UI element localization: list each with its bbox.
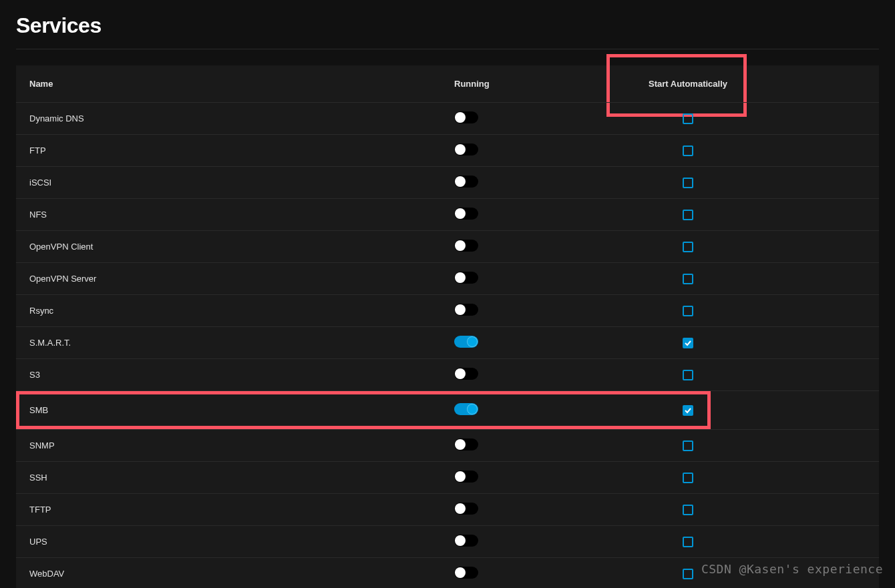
watermark: CSDN @Kasen's experience	[701, 562, 883, 576]
service-name: FTP	[16, 145, 441, 156]
table-row: Rsync	[16, 294, 879, 326]
running-toggle[interactable]	[454, 567, 478, 579]
running-toggle[interactable]	[454, 336, 478, 348]
start-auto-checkbox[interactable]	[683, 537, 693, 547]
toggle-knob	[455, 304, 466, 315]
table-header: Name Running Start Automatically	[16, 65, 879, 102]
service-name: SSH	[16, 473, 441, 483]
toggle-knob	[455, 144, 466, 155]
running-toggle[interactable]	[454, 272, 478, 284]
check-icon	[684, 406, 692, 414]
service-name: SMB	[16, 405, 441, 415]
toggle-knob	[467, 336, 478, 347]
start-auto-checkbox[interactable]	[683, 473, 693, 483]
running-cell	[441, 535, 604, 549]
service-name: Rsync	[16, 306, 441, 316]
table-row: FTP	[16, 134, 879, 166]
running-cell	[441, 208, 604, 222]
start-auto-checkbox[interactable]	[683, 370, 693, 380]
start-auto-cell	[604, 145, 772, 156]
start-auto-cell	[604, 306, 772, 316]
start-auto-checkbox[interactable]	[683, 405, 693, 416]
service-name: iSCSI	[16, 178, 441, 188]
start-auto-checkbox[interactable]	[683, 338, 693, 348]
start-auto-cell	[604, 338, 772, 348]
start-auto-cell	[604, 405, 772, 416]
running-toggle[interactable]	[454, 535, 478, 547]
toggle-knob	[455, 503, 466, 514]
title-divider	[16, 49, 879, 49]
table-row: NFS	[16, 198, 879, 230]
column-header-start-auto[interactable]: Start Automatically	[604, 65, 772, 102]
start-auto-checkbox[interactable]	[683, 242, 693, 252]
running-cell	[441, 567, 604, 581]
start-auto-checkbox[interactable]	[683, 505, 693, 515]
check-icon	[684, 339, 692, 347]
start-auto-checkbox[interactable]	[683, 178, 693, 188]
column-header-name[interactable]: Name	[16, 65, 441, 102]
services-table: Name Running Start Automatically Dynamic…	[16, 65, 879, 588]
toggle-knob	[467, 404, 478, 414]
running-toggle[interactable]	[454, 471, 478, 483]
table-row: UPS	[16, 525, 879, 557]
toggle-knob	[455, 272, 466, 283]
start-auto-checkbox[interactable]	[683, 145, 693, 156]
service-name: WebDAV	[16, 569, 441, 579]
service-name: S3	[16, 370, 441, 380]
running-toggle[interactable]	[454, 176, 478, 188]
running-toggle[interactable]	[454, 503, 478, 515]
table-row: SNMP	[16, 429, 879, 461]
start-auto-checkbox[interactable]	[683, 274, 693, 284]
running-toggle[interactable]	[454, 438, 478, 451]
running-cell	[441, 503, 604, 517]
toggle-knob	[455, 567, 466, 578]
table-row: S.M.A.R.T.	[16, 326, 879, 358]
start-auto-checkbox[interactable]	[683, 306, 693, 316]
page-title: Services	[0, 0, 895, 49]
table-row: SSH	[16, 461, 879, 493]
column-header-running[interactable]: Running	[441, 65, 604, 102]
toggle-knob	[455, 471, 466, 482]
running-cell	[441, 176, 604, 190]
running-toggle[interactable]	[454, 403, 478, 415]
running-cell	[441, 438, 604, 453]
service-name: SNMP	[16, 440, 441, 451]
table-row: OpenVPN Client	[16, 230, 879, 262]
running-toggle[interactable]	[454, 304, 478, 316]
service-name: TFTP	[16, 505, 441, 515]
running-toggle[interactable]	[454, 208, 478, 220]
start-auto-cell	[604, 370, 772, 380]
running-cell	[441, 336, 604, 350]
running-cell	[441, 143, 604, 158]
running-toggle[interactable]	[454, 111, 478, 123]
toggle-knob	[455, 240, 466, 251]
toggle-knob	[455, 368, 466, 379]
running-cell	[441, 403, 604, 417]
running-cell	[441, 304, 604, 318]
start-auto-cell	[604, 537, 772, 547]
start-auto-cell	[604, 473, 772, 483]
toggle-knob	[455, 208, 466, 219]
running-cell	[441, 240, 604, 254]
service-name: S.M.A.R.T.	[16, 338, 441, 348]
start-auto-checkbox[interactable]	[683, 569, 693, 579]
table-row: S3	[16, 358, 879, 390]
running-cell	[441, 471, 604, 485]
running-toggle[interactable]	[454, 240, 478, 252]
running-toggle[interactable]	[454, 368, 478, 380]
running-cell	[441, 111, 604, 125]
toggle-knob	[455, 176, 466, 187]
start-auto-checkbox[interactable]	[683, 113, 693, 124]
start-auto-cell	[604, 178, 772, 188]
running-toggle[interactable]	[454, 143, 478, 156]
service-name: Dynamic DNS	[16, 113, 441, 123]
toggle-knob	[455, 439, 466, 450]
service-name: OpenVPN Client	[16, 242, 441, 252]
start-auto-cell	[604, 505, 772, 515]
toggle-knob	[455, 535, 466, 546]
service-name: UPS	[16, 537, 441, 547]
start-auto-checkbox[interactable]	[683, 210, 693, 220]
start-auto-checkbox[interactable]	[683, 440, 693, 451]
service-name: NFS	[16, 210, 441, 220]
toggle-knob	[455, 112, 466, 123]
